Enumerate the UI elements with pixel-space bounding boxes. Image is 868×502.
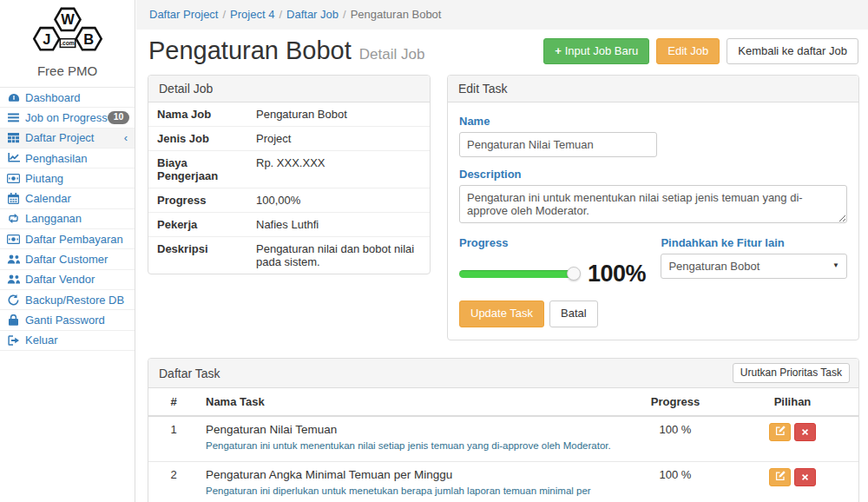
users-icon bbox=[6, 274, 21, 284]
detail-job-panel: Detail Job Nama JobPengaturan BobotJenis… bbox=[148, 75, 431, 274]
task-number: 1 bbox=[148, 416, 199, 461]
detail-value: Rp. XXX.XXX bbox=[247, 150, 430, 188]
sidebar-item-label: Backup/Restore DB bbox=[25, 294, 124, 307]
input-job-baru-button[interactable]: +Input Job Baru bbox=[543, 38, 649, 65]
sidebar-item-backup-restore-db[interactable]: Backup/Restore DB bbox=[0, 290, 135, 310]
line-chart-icon bbox=[6, 153, 21, 163]
detail-label: Biaya Pengerjaan bbox=[148, 150, 247, 188]
task-number: 2 bbox=[148, 462, 199, 502]
edit-task-title: Edit Task bbox=[448, 76, 858, 102]
sidebar-item-piutang[interactable]: Piutang bbox=[0, 168, 135, 188]
pencil-square-icon bbox=[775, 471, 786, 484]
breadcrumb-link[interactable]: Daftar Job bbox=[286, 8, 339, 21]
task-description-textarea[interactable]: Pengaturan ini untuk menentukan nilai se… bbox=[459, 185, 847, 223]
detail-job-table: Nama JobPengaturan BobotJenis JobProject… bbox=[148, 102, 430, 274]
refresh-icon bbox=[6, 294, 21, 306]
breadcrumb-link[interactable]: Daftar Project bbox=[149, 8, 218, 21]
detail-row: PekerjaNafies Luthfi bbox=[148, 212, 430, 236]
sidebar-item-label: Langganan bbox=[25, 212, 82, 225]
sign-out-icon bbox=[6, 335, 21, 346]
delete-x-icon bbox=[801, 471, 809, 484]
page-title: Pengaturan Bobot bbox=[148, 37, 352, 65]
logo-suffix: .com bbox=[61, 40, 75, 46]
jwb-logo: J B W .com bbox=[23, 5, 112, 57]
task-name: Pengaturan Angka Minimal Temuan per Ming… bbox=[206, 468, 617, 481]
list-icon bbox=[6, 113, 21, 122]
users-icon bbox=[6, 254, 21, 264]
count-badge: 10 bbox=[108, 111, 130, 124]
retweet-icon bbox=[6, 214, 21, 223]
svg-text:J: J bbox=[43, 31, 50, 47]
task-progress: 100 % bbox=[624, 462, 727, 502]
detail-row: Jenis JobProject bbox=[148, 126, 430, 150]
sidebar-item-dashboard[interactable]: Dashboard bbox=[0, 88, 135, 108]
col-header-num: # bbox=[148, 388, 199, 416]
sidebar-item-daftar-pembayaran[interactable]: Daftar Pembayaran bbox=[0, 229, 135, 249]
sidebar-item-label: Daftar Pembayaran bbox=[25, 233, 123, 246]
svg-text:W: W bbox=[61, 11, 75, 27]
col-header-progress: Progress bbox=[624, 388, 727, 416]
edit-task-panel: Edit Task Name Description Pengaturan in… bbox=[447, 75, 859, 340]
sidebar-item-keluar[interactable]: Keluar bbox=[0, 331, 135, 351]
col-header-nama-task: Nama Task bbox=[199, 388, 624, 416]
sidebar-item-calendar[interactable]: Calendar bbox=[0, 188, 135, 208]
sidebar-item-daftar-customer[interactable]: Daftar Customer bbox=[0, 249, 135, 269]
delete-task-button[interactable] bbox=[794, 423, 816, 441]
progress-label: Progress bbox=[459, 236, 661, 249]
detail-value: Project bbox=[247, 126, 430, 150]
app-name: Free PMO bbox=[0, 63, 135, 78]
sidebar-item-daftar-project[interactable]: Daftar Project‹ bbox=[0, 129, 135, 149]
breadcrumb-link[interactable]: Project 4 bbox=[230, 8, 274, 21]
sidebar: J B W .com Free PMO DashboardJob on Prog… bbox=[0, 0, 135, 502]
sidebar-item-langganan[interactable]: Langganan bbox=[0, 209, 135, 229]
detail-value: Pengaturan Bobot bbox=[247, 102, 430, 127]
breadcrumb-separator: / bbox=[222, 8, 226, 21]
description-label: Description bbox=[459, 168, 847, 181]
kembali-button[interactable]: Kembali ke daftar Job bbox=[727, 38, 858, 65]
edit-task-button[interactable] bbox=[769, 423, 791, 441]
task-name-input[interactable] bbox=[459, 132, 657, 157]
progress-slider-handle[interactable] bbox=[567, 267, 581, 281]
progress-slider[interactable] bbox=[459, 270, 574, 278]
edit-job-button[interactable]: Edit Job bbox=[656, 38, 720, 65]
task-description: Pengaturan ini diperlukan untuk menetuka… bbox=[206, 484, 617, 502]
sidebar-item-job-on-progress[interactable]: Job on Progress10 bbox=[0, 108, 135, 128]
detail-job-title: Detail Job bbox=[148, 76, 430, 102]
task-table: # Nama Task Progress Pilihan 1Pengaturan… bbox=[148, 388, 858, 502]
detail-row: Progress100,00% bbox=[148, 188, 430, 212]
sidebar-item-label: Keluar bbox=[25, 334, 58, 347]
move-feature-select[interactable]: Pengaturan Bobot bbox=[661, 254, 847, 279]
delete-x-icon bbox=[801, 426, 809, 439]
sidebar-item-daftar-vendor[interactable]: Daftar Vendor bbox=[0, 270, 135, 290]
sidebar-item-label: Daftar Project bbox=[25, 131, 94, 144]
urutkan-prioritas-button-top[interactable]: Urutkan Prioritas Task bbox=[733, 363, 850, 384]
lock-icon bbox=[6, 314, 21, 326]
progress-percent: 100% bbox=[588, 261, 646, 287]
task-progress: 100 % bbox=[624, 416, 727, 461]
task-row: 1Pengaturan Nilai TemuanPengaturan ini u… bbox=[148, 416, 858, 461]
sidebar-item-label: Daftar Vendor bbox=[25, 273, 95, 286]
sidebar-item-label: Ganti Password bbox=[25, 314, 105, 327]
breadcrumb-separator: / bbox=[343, 8, 346, 21]
table-icon bbox=[6, 133, 21, 143]
sidebar-item-label: Daftar Customer bbox=[25, 253, 108, 266]
sidebar-item-label: Job on Progress bbox=[25, 111, 108, 124]
delete-task-button[interactable] bbox=[794, 468, 816, 486]
sidebar-item-label: Dashboard bbox=[25, 91, 81, 104]
sidebar-item-penghasilan[interactable]: Penghasilan bbox=[0, 149, 135, 168]
edit-task-button[interactable] bbox=[769, 468, 791, 486]
sidebar-menu: DashboardJob on Progress10Daftar Project… bbox=[0, 87, 135, 351]
update-task-button[interactable]: Update Task bbox=[459, 301, 544, 327]
header-buttons: +Input Job Baru Edit Job Kembali ke daft… bbox=[543, 38, 858, 65]
money-icon bbox=[6, 234, 21, 244]
sidebar-item-ganti-password[interactable]: Ganti Password bbox=[0, 310, 135, 330]
daftar-task-title: Daftar Task bbox=[159, 367, 220, 380]
batal-button[interactable]: Batal bbox=[549, 301, 598, 327]
money-icon bbox=[6, 174, 21, 183]
logo-block: J B W .com Free PMO bbox=[0, 0, 135, 78]
move-feature-label: Pindahkan ke Fitur lain bbox=[661, 236, 847, 249]
detail-row: Nama JobPengaturan Bobot bbox=[148, 102, 430, 127]
breadcrumb: Daftar Project/Project 4/Daftar Job/Peng… bbox=[136, 0, 868, 30]
page-header: Pengaturan Bobot Detail Job +Input Job B… bbox=[136, 30, 868, 75]
detail-label: Jenis Job bbox=[148, 126, 247, 150]
